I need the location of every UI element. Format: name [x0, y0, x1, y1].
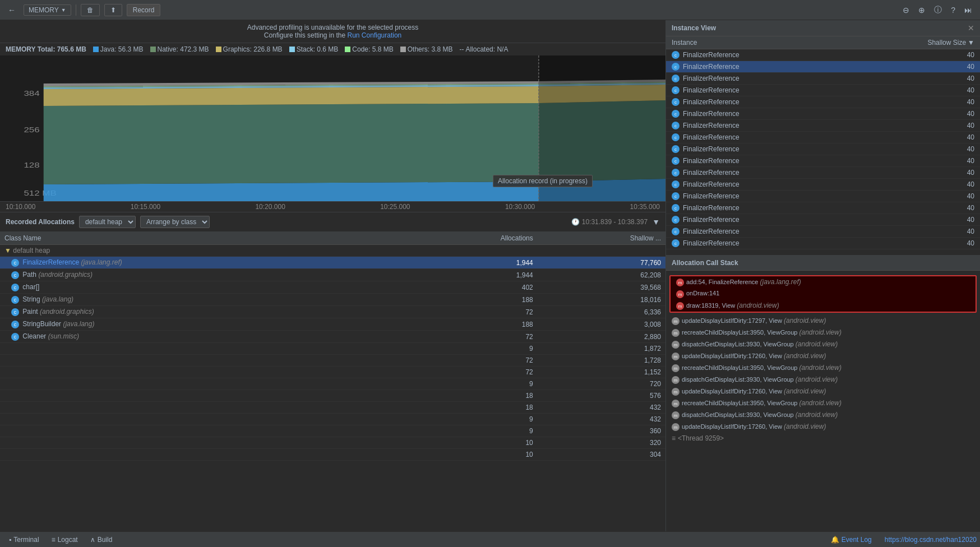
- callstack-list[interactable]: m add:54, FinalizeReference (java.lang.r…: [666, 271, 980, 531]
- callstack-item[interactable]: m dispatchGetDisplayList:3930, ViewGroup…: [666, 374, 980, 386]
- instance-row[interactable]: c FinalizerReference 40: [666, 238, 980, 249]
- thread-item[interactable]: ≡ <Thread 9259>: [666, 433, 980, 444]
- allocations-cell: 9: [405, 378, 538, 390]
- instance-value: 40: [952, 51, 974, 59]
- time-range: 10:31.839 - 10:38.397: [582, 218, 648, 226]
- table-row[interactable]: 9 1,872: [0, 343, 665, 355]
- heap-select[interactable]: default heap: [79, 216, 136, 228]
- terminal-icon: ▪: [9, 536, 11, 544]
- memory-title[interactable]: MEMORY ▼: [24, 4, 71, 16]
- instance-list[interactable]: c FinalizerReference 40 c FinalizerRefer…: [666, 49, 980, 255]
- callstack-header: Allocation Call Stack: [666, 256, 980, 271]
- maximize-icon[interactable]: ⊕: [915, 4, 928, 16]
- instance-row[interactable]: c FinalizerReference 40: [666, 167, 980, 179]
- table-row[interactable]: c FinalizerReference (java.lang.ref) 1,9…: [0, 257, 665, 269]
- instance-view-close[interactable]: ✕: [968, 24, 974, 33]
- back-button[interactable]: ←: [4, 4, 19, 16]
- table-row[interactable]: 72 1,728: [0, 355, 665, 367]
- skip-icon[interactable]: ⏭: [961, 4, 976, 16]
- callstack-item[interactable]: m draw:18319, View (android.view): [671, 300, 976, 312]
- instance-row[interactable]: c FinalizerReference 40: [666, 214, 980, 226]
- callstack-item[interactable]: m recreateChildDisplayList:3950, ViewGro…: [666, 327, 980, 339]
- run-configuration-link[interactable]: Run Configuration: [348, 31, 402, 39]
- col-shallow-label[interactable]: Shallow Size ▼: [927, 39, 974, 47]
- instance-row[interactable]: c FinalizerReference 40: [666, 226, 980, 238]
- class-cell: [0, 343, 405, 355]
- record-button[interactable]: Record: [127, 4, 161, 16]
- instance-row[interactable]: c FinalizerReference 40: [666, 108, 980, 120]
- table-row[interactable]: c Paint (android.graphics) 72 6,336: [0, 306, 665, 318]
- table-row[interactable]: c Path (android.graphics) 1,944 62,208: [0, 269, 665, 281]
- col-instance-label: Instance: [672, 39, 927, 47]
- instance-row[interactable]: c FinalizerReference 40: [666, 155, 980, 167]
- instance-name: FinalizerReference: [683, 239, 952, 247]
- minimize-icon[interactable]: ⊖: [899, 4, 913, 16]
- callstack-text: updateDisplayListIfDirty:17297, View (an…: [682, 317, 826, 325]
- table-container[interactable]: Class Name Allocations Shallow ... ▼ def…: [0, 232, 665, 531]
- table-row[interactable]: c String (java.lang) 188 18,016: [0, 294, 665, 306]
- logcat-tab[interactable]: ≡ Logcat: [46, 534, 84, 545]
- terminal-tab[interactable]: ▪ Terminal: [3, 534, 45, 545]
- instance-row[interactable]: c FinalizerReference 40: [666, 85, 980, 96]
- instance-row[interactable]: c FinalizerReference 40: [666, 120, 980, 132]
- instance-row[interactable]: c FinalizerReference 40: [666, 143, 980, 155]
- table-row[interactable]: 9 720: [0, 378, 665, 390]
- table-row[interactable]: 10 320: [0, 437, 665, 449]
- time-10-10: 10:10.000: [6, 203, 35, 211]
- help-icon[interactable]: ?: [947, 4, 959, 16]
- instance-row[interactable]: c FinalizerReference 40: [666, 191, 980, 202]
- callstack-item[interactable]: m dispatchGetDisplayList:3930, ViewGroup…: [666, 339, 980, 350]
- callstack-item[interactable]: m updateDisplayListIfDirty:17260, View (…: [666, 350, 980, 362]
- table-row[interactable]: 9 432: [0, 414, 665, 425]
- arrange-select[interactable]: Arrange by class: [140, 216, 210, 228]
- callstack-item[interactable]: m add:54, FinalizeReference (java.lang.r…: [671, 276, 976, 288]
- instance-row[interactable]: c FinalizerReference 40: [666, 61, 980, 73]
- table-row[interactable]: c Cleaner (sun.misc) 72 2,880: [0, 331, 665, 343]
- memory-legend: MEMORY Total: 765.6 MB Java: 56.3 MB Nat…: [0, 43, 665, 55]
- filter-button[interactable]: ▼: [652, 217, 660, 226]
- method-icon: m: [672, 388, 679, 396]
- table-row[interactable]: 72 1,152: [0, 367, 665, 378]
- instance-row[interactable]: c FinalizerReference 40: [666, 132, 980, 143]
- thread-icon: ≡: [672, 434, 676, 442]
- instance-name: FinalizerReference: [683, 216, 952, 224]
- build-tab[interactable]: ∧ Build: [85, 534, 118, 545]
- callstack-item[interactable]: m updateDisplayListIfDirty:17297, View (…: [666, 315, 980, 327]
- method-icon: m: [676, 290, 684, 298]
- callstack-item[interactable]: m recreateChildDisplayList:3950, ViewGro…: [666, 397, 980, 409]
- bottom-tabs: ▪ Terminal ≡ Logcat ∧ Build 🔔 Event Log …: [0, 531, 980, 547]
- folder-cell: ▼ default heap: [0, 245, 405, 257]
- allocations-cell: 1,944: [405, 269, 538, 281]
- table-row[interactable]: 10 304: [0, 449, 665, 461]
- shallow-cell: 62,208: [538, 269, 665, 281]
- export-button[interactable]: ⬆: [104, 4, 122, 16]
- legend-code-dot: [345, 47, 350, 52]
- callstack-item[interactable]: m onDraw:141: [671, 288, 976, 300]
- instance-row[interactable]: c FinalizerReference 40: [666, 202, 980, 214]
- legend-native-dot: [150, 47, 156, 52]
- instance-icon: c: [672, 51, 679, 59]
- instance-row[interactable]: c FinalizerReference 40: [666, 96, 980, 108]
- callstack-item[interactable]: m recreateChildDisplayList:3950, ViewGro…: [666, 362, 980, 374]
- callstack-item[interactable]: m updateDisplayListIfDirty:17260, View (…: [666, 421, 980, 433]
- instance-table-header: Instance Shallow Size ▼: [666, 36, 980, 49]
- instance-row[interactable]: c FinalizerReference 40: [666, 73, 980, 85]
- instance-row[interactable]: c FinalizerReference 40: [666, 49, 980, 61]
- table-row[interactable]: c StringBuilder (java.lang) 188 3,008: [0, 318, 665, 331]
- table-row[interactable]: c char[] 402 39,568: [0, 281, 665, 294]
- table-row[interactable]: 18 432: [0, 402, 665, 414]
- col-class-name[interactable]: Class Name: [0, 232, 405, 245]
- package-name: (java.lang): [42, 295, 73, 303]
- build-label: Build: [98, 536, 113, 544]
- table-row[interactable]: 18 576: [0, 390, 665, 402]
- col-allocations[interactable]: Allocations: [405, 232, 538, 245]
- col-shallow[interactable]: Shallow ...: [538, 232, 665, 245]
- callstack-item[interactable]: m dispatchGetDisplayList:3930, ViewGroup…: [666, 409, 980, 421]
- callstack-item[interactable]: m updateDisplayListIfDirty:17260, View (…: [666, 386, 980, 397]
- table-row[interactable]: 9 360: [0, 425, 665, 437]
- table-row[interactable]: ▼ default heap: [0, 245, 665, 257]
- chart-area[interactable]: 384 256 128 512 MB: [0, 55, 665, 201]
- instance-row[interactable]: c FinalizerReference 40: [666, 179, 980, 191]
- delete-button[interactable]: 🗑: [81, 4, 100, 16]
- info-icon[interactable]: ⓘ: [931, 4, 945, 16]
